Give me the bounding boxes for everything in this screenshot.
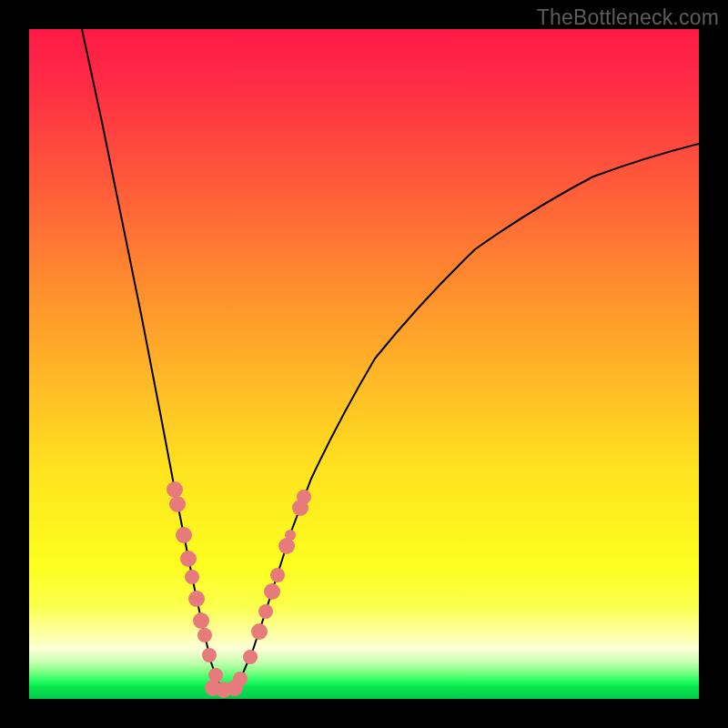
- marker-dot: [297, 490, 311, 504]
- marker-dot: [185, 570, 199, 584]
- marker-dot: [251, 623, 268, 640]
- marker-dot: [167, 481, 183, 498]
- marker-dot: [169, 496, 186, 512]
- watermark-text: TheBottleneck.com: [537, 5, 719, 30]
- bottleneck-curve: [82, 29, 699, 689]
- marker-dot: [193, 612, 209, 629]
- marker-dot: [233, 672, 248, 686]
- chart-frame: TheBottleneck.com: [0, 0, 728, 728]
- plot-area: [29, 29, 699, 699]
- marker-dot: [197, 628, 212, 642]
- marker-dot: [176, 527, 192, 543]
- marker-dot: [180, 551, 197, 567]
- curve-layer: [29, 29, 699, 699]
- marker-dot: [285, 530, 296, 541]
- marker-dot: [243, 650, 258, 664]
- marker-dot: [264, 583, 280, 600]
- marker-dot: [202, 648, 217, 662]
- marker-dot: [270, 568, 285, 582]
- marker-dot: [258, 604, 273, 619]
- marker-group: [167, 481, 311, 698]
- marker-dot: [188, 591, 205, 607]
- marker-dot: [278, 538, 295, 554]
